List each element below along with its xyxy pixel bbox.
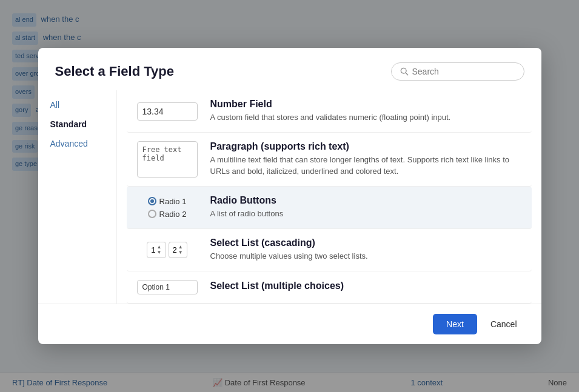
- field-info-number: Number Field A custom field that stores …: [210, 99, 524, 124]
- field-item-paragraph[interactable]: Free text field Paragraph (supports rich…: [127, 133, 532, 187]
- field-item-number[interactable]: Number Field A custom field that stores …: [127, 90, 532, 133]
- svg-line-1: [406, 73, 408, 75]
- field-desc-radio: A list of radio buttons: [210, 208, 524, 220]
- field-info-radio: Radio Buttons A list of radio buttons: [210, 195, 524, 220]
- field-info-paragraph: Paragraph (supports rich text) A multili…: [210, 141, 524, 178]
- cancel-button[interactable]: Cancel: [483, 314, 524, 334]
- field-desc-number: A custom field that stores and validates…: [210, 112, 524, 124]
- cascade-arrow-up-2: ▲: [178, 245, 183, 250]
- field-preview-paragraph: Free text field: [134, 141, 201, 178]
- radio-label-1: Radio 1: [159, 197, 187, 206]
- number-preview-input: [137, 102, 198, 121]
- cascade-arrows-2: ▲ ▼: [178, 245, 183, 255]
- modal-footer: Next Cancel: [38, 304, 541, 344]
- cascade-val-2: 2: [173, 245, 177, 254]
- cascade-select-1: 1 ▲ ▼: [147, 242, 166, 258]
- field-info-multiple: Select List (multiple choices): [210, 281, 524, 294]
- field-list: Number Field A custom field that stores …: [117, 90, 541, 304]
- modal-header: Select a Field Type: [38, 48, 541, 90]
- radio-circle-empty: [148, 210, 156, 218]
- sidebar-item-advanced[interactable]: Advanced: [38, 134, 116, 153]
- field-preview-radio: Radio 1 Radio 2: [134, 197, 201, 219]
- cascading-preview: 1 ▲ ▼ 2 ▲ ▼: [147, 242, 187, 258]
- field-item-radio[interactable]: Radio 1 Radio 2 Radio Buttons A list of …: [127, 187, 532, 229]
- radio-item-2: Radio 2: [148, 210, 187, 219]
- radio-item-1: Radio 1: [148, 197, 187, 206]
- field-item-multiple[interactable]: Option 1 Select List (multiple choices): [127, 271, 532, 304]
- modal-body: All Standard Advanced Number Field A cus…: [38, 90, 541, 304]
- sidebar-item-all[interactable]: All: [38, 95, 116, 115]
- modal-title: Select a Field Type: [55, 64, 174, 79]
- modal-overlay: Select a Field Type All Standard Advance…: [0, 0, 579, 392]
- multiple-preview-option: Option 1: [137, 280, 198, 294]
- radio-label-2: Radio 2: [159, 210, 187, 219]
- field-name-paragraph: Paragraph (supports rich text): [210, 141, 524, 152]
- field-preview-cascading: 1 ▲ ▼ 2 ▲ ▼: [134, 242, 201, 258]
- field-name-cascading: Select List (cascading): [210, 238, 524, 248]
- cascade-arrow-down-2: ▼: [178, 250, 183, 255]
- cascade-arrows-1: ▲ ▼: [157, 245, 162, 255]
- modal: Select a Field Type All Standard Advance…: [38, 48, 541, 344]
- sidebar-item-standard[interactable]: Standard: [38, 115, 116, 134]
- cascade-select-2: 2 ▲ ▼: [169, 242, 187, 258]
- search-icon: [400, 67, 409, 76]
- cascade-arrow-up: ▲: [157, 245, 162, 250]
- search-input[interactable]: [412, 67, 515, 76]
- field-desc-cascading: Choose multiple values using two select …: [210, 251, 524, 262]
- field-info-cascading: Select List (cascading) Choose multiple …: [210, 238, 524, 262]
- field-preview-number: [134, 102, 201, 121]
- field-name-number: Number Field: [210, 99, 524, 110]
- field-desc-paragraph: A multiline text field that can store lo…: [210, 154, 524, 178]
- field-item-cascading[interactable]: 1 ▲ ▼ 2 ▲ ▼: [127, 229, 532, 271]
- sidebar: All Standard Advanced: [38, 90, 117, 304]
- cascade-arrow-down: ▼: [157, 250, 162, 255]
- field-name-radio: Radio Buttons: [210, 195, 524, 206]
- search-box[interactable]: [391, 62, 524, 81]
- field-name-multiple: Select List (multiple choices): [210, 281, 524, 291]
- field-preview-multiple: Option 1: [134, 280, 201, 294]
- cascade-val-1: 1: [151, 245, 155, 254]
- next-button[interactable]: Next: [433, 314, 477, 334]
- radio-circle-filled: [148, 197, 156, 205]
- radio-preview: Radio 1 Radio 2: [148, 197, 187, 219]
- paragraph-preview-textarea: Free text field: [137, 141, 198, 178]
